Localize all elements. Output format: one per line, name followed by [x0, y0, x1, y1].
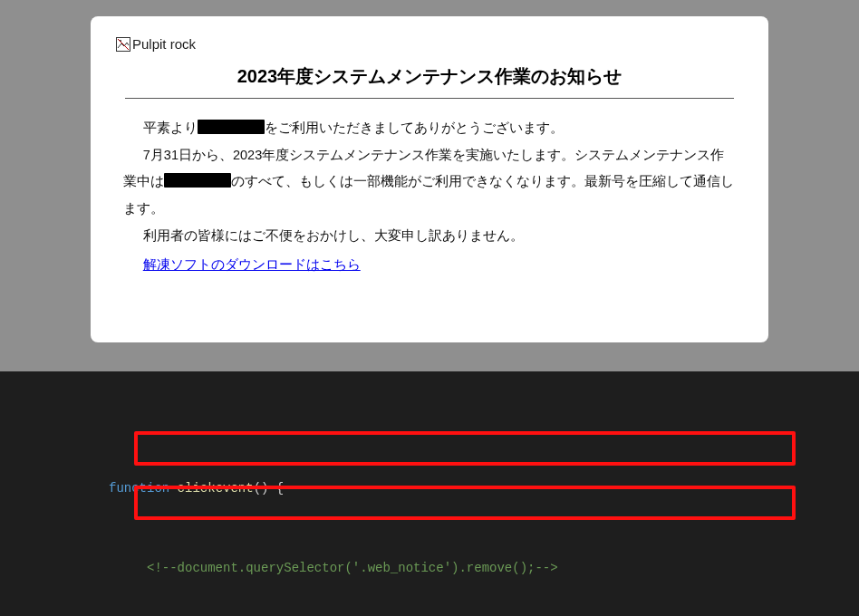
notice-paragraph-2: 7月31日から、2023年度システムメンテナンス作業を実施いたします。システムメ…: [123, 142, 736, 223]
broken-image-placeholder: Pulpit rock: [116, 36, 743, 52]
redacted-text: [198, 120, 265, 134]
highlight-box-1: [134, 431, 796, 466]
download-link[interactable]: 解凍ソフトのダウンロードはこちら: [143, 252, 361, 279]
redacted-text: [164, 173, 231, 188]
notice-body: 平素よりをご利用いただきましてありがとうございます。 7月31日から、2023年…: [116, 115, 743, 278]
broken-image-alt-text: Pulpit rock: [132, 36, 196, 52]
notice-region: Pulpit rock 2023年度システムメンテナンス作業のお知らせ 平素より…: [0, 0, 859, 371]
code-editor-region: function clickevent() { <!--document.que…: [0, 371, 859, 616]
notice-paragraph-1: 平素よりをご利用いただきましてありがとうございます。: [123, 115, 736, 142]
notice-card: Pulpit rock 2023年度システムメンテナンス作業のお知らせ 平素より…: [91, 16, 768, 342]
svg-line-2: [118, 39, 129, 50]
notice-title: 2023年度システムメンテナンス作業のお知らせ: [125, 64, 734, 99]
broken-image-icon: [116, 37, 130, 52]
code-line: function clickevent() {: [0, 478, 859, 498]
code-line: <!--document.querySelector('.web_notice'…: [0, 558, 859, 578]
notice-paragraph-3: 利用者の皆様にはご不便をおかけし、大変申し訳ありません。: [123, 223, 736, 250]
